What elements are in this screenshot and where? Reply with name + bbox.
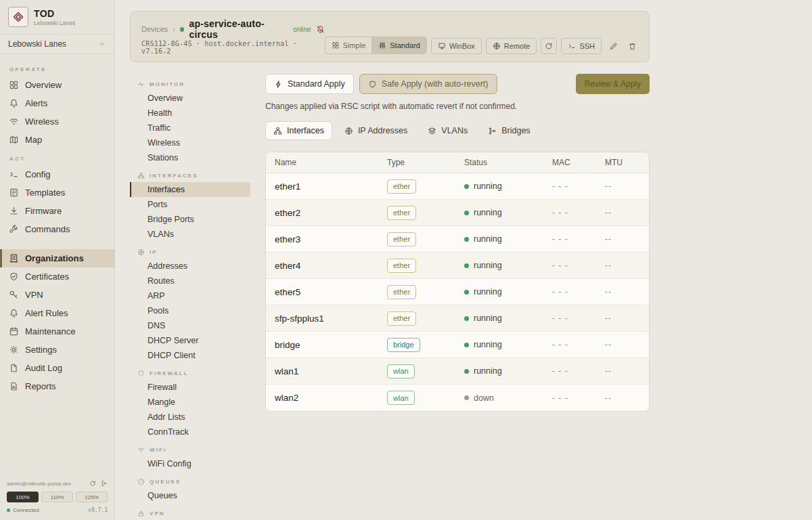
subnav-item-arp[interactable]: ARP [130, 288, 250, 303]
tab-ip-addresses[interactable]: IP Addresses [336, 121, 415, 140]
zoom-125-button[interactable]: 125% [76, 492, 108, 502]
table-row[interactable]: ether4 ether running - - - -- [266, 253, 649, 279]
subnav-item-conntrack[interactable]: ConnTrack [130, 425, 250, 439]
type-badge: ether [387, 179, 416, 194]
subnav-item-wireless[interactable]: Wireless [130, 135, 250, 150]
breadcrumb-separator: › [173, 25, 175, 33]
type-badge: bridge [387, 338, 420, 352]
sidebar-item-label: Templates [25, 188, 65, 198]
winbox-button[interactable]: WinBox [431, 38, 482, 54]
interface-name: ether5 [275, 287, 387, 297]
sidebar-item-overview[interactable]: Overview [0, 76, 114, 94]
table-row[interactable]: ether5 ether running - - - -- [266, 279, 649, 305]
subnav-item-stations[interactable]: Stations [130, 150, 250, 165]
alerts-muted-icon[interactable] [316, 25, 325, 34]
subnav-item-pools[interactable]: Pools [130, 303, 250, 318]
mac-value: - - - [552, 340, 605, 349]
calendar-icon [9, 326, 19, 337]
mtu-value: -- [605, 181, 640, 191]
sidebar-item-map[interactable]: Map [0, 131, 114, 149]
mtu-value: -- [605, 234, 640, 244]
subnav-item-mangle[interactable]: Mangle [130, 395, 250, 410]
sidebar-item-settings[interactable]: Settings [0, 341, 114, 359]
sidebar-item-vpn[interactable]: VPN [0, 286, 114, 304]
tab-bridges[interactable]: Bridges [480, 121, 538, 140]
table-row[interactable]: wlan1 wlan running - - - -- [266, 358, 649, 385]
sidebar-item-config[interactable]: Config [0, 165, 114, 183]
branch-icon [488, 127, 497, 135]
device-online-label: online [293, 26, 311, 33]
subnav-item-queues[interactable]: Queues [130, 488, 250, 503]
refresh-button[interactable] [541, 38, 557, 54]
subnav-item-bridge-ports[interactable]: Bridge Ports [130, 212, 250, 227]
sidebar-item-audit-log[interactable]: Audit Log [0, 359, 114, 377]
table-row[interactable]: bridge bridge running - - - -- [266, 332, 649, 358]
subnav-item-dhcp-server[interactable]: DHCP Server [130, 333, 250, 348]
bolt-icon [274, 80, 283, 89]
tab-interfaces[interactable]: Interfaces [265, 121, 332, 140]
table-row[interactable]: ether3 ether running - - - -- [266, 226, 649, 253]
subnav-item-dns[interactable]: DNS [130, 318, 250, 333]
sidebar-item-wireless[interactable]: Wireless [0, 112, 114, 131]
grid-icon [9, 80, 19, 90]
standard-apply-button[interactable]: Standard Apply [265, 74, 354, 94]
subnav-item-health[interactable]: Health [130, 106, 250, 121]
sidebar-item-label: Config [25, 169, 51, 179]
sidebar-item-reports[interactable]: Reports [0, 377, 114, 395]
column-mtu: MTU [605, 158, 640, 167]
sidebar-item-alerts[interactable]: Alerts [0, 94, 114, 112]
sidebar-item-label: Firmware [25, 206, 62, 216]
ssh-button[interactable]: SSH [561, 38, 602, 54]
report-icon [9, 381, 19, 391]
safe-apply-button[interactable]: Safe Apply (with auto-revert) [359, 74, 497, 94]
subnav-item-ports[interactable]: Ports [130, 197, 250, 212]
status-cell: down [464, 393, 552, 403]
interface-name: ether1 [275, 181, 387, 192]
subnav-item-vlans[interactable]: VLANs [130, 227, 250, 242]
sidebar-item-alert-rules[interactable]: Alert Rules [0, 304, 114, 322]
subnav-section-label: QUEUES [150, 479, 181, 485]
subnav-item-addr-lists[interactable]: Addr Lists [130, 410, 250, 425]
org-selector-value: Lebowski Lanes [8, 39, 66, 49]
delete-button[interactable] [625, 38, 639, 54]
status-cell: running [464, 340, 552, 349]
interface-name: ether2 [275, 208, 387, 218]
network-icon [273, 127, 282, 135]
subnav-item-routes[interactable]: Routes [130, 274, 250, 288]
org-selector[interactable]: Lebowski Lanes [0, 35, 114, 54]
zoom-100-button[interactable]: 100% [7, 492, 39, 502]
subnav-item-traffic[interactable]: Traffic [130, 121, 250, 135]
zoom-110-button[interactable]: 110% [41, 492, 73, 502]
wifi-icon [9, 116, 19, 127]
subnav-item-dhcp-client[interactable]: DHCP Client [130, 348, 250, 363]
sidebar-item-templates[interactable]: Templates [0, 183, 114, 202]
remote-button[interactable]: Remote [486, 38, 537, 54]
status-dot [464, 211, 469, 215]
logout-icon[interactable] [101, 480, 108, 487]
view-simple-button[interactable]: Simple [325, 37, 372, 53]
breadcrumb-devices[interactable]: Devices [141, 25, 168, 33]
mac-value: - - - [552, 261, 605, 270]
subnav-item-firewall[interactable]: Firewall [130, 380, 250, 395]
sidebar-item-firmware[interactable]: Firmware [0, 202, 114, 220]
table-row[interactable]: ether1 ether running - - - -- [266, 173, 649, 200]
edit-button[interactable] [606, 38, 621, 54]
status-dot [464, 184, 469, 189]
table-row[interactable]: ether2 ether running - - - -- [266, 200, 649, 226]
tab-vlans[interactable]: VLANs [420, 121, 476, 140]
review-apply-button[interactable]: Review & Apply [576, 74, 650, 94]
sidebar-item-organizations[interactable]: Organizations [0, 249, 114, 267]
subnav-item-addresses[interactable]: Addresses [130, 259, 250, 274]
sidebar-item-certificates[interactable]: Certificates [0, 267, 114, 286]
refresh-session-icon[interactable] [89, 480, 96, 487]
type-badge: wlan [387, 364, 415, 378]
subnav-item-wifi-config[interactable]: WiFi Config [130, 456, 250, 471]
sidebar-item-maintenance[interactable]: Maintenance [0, 322, 114, 341]
view-standard-button[interactable]: Standard [371, 37, 426, 53]
table-row[interactable]: wlan2 wlan down - - - -- [266, 385, 649, 411]
table-row[interactable]: sfp-sfpplus1 ether running - - - -- [266, 305, 649, 332]
sidebar-item-commands[interactable]: Commands [0, 220, 114, 238]
subnav-item-overview[interactable]: Overview [130, 91, 250, 106]
apply-note: Changes applied via RSC script with auto… [265, 102, 650, 111]
subnav-item-interfaces[interactable]: Interfaces [130, 182, 250, 197]
